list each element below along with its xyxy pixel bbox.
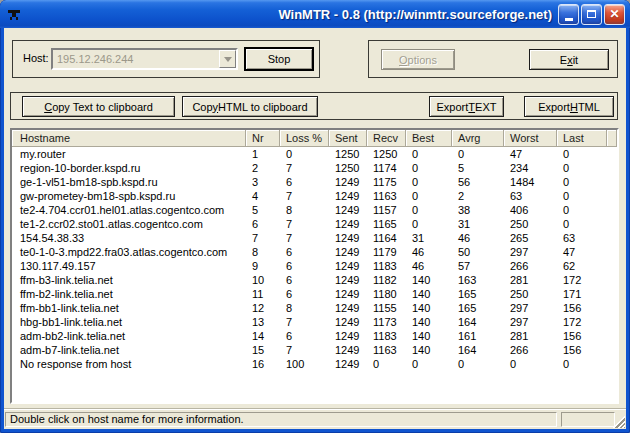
column-header[interactable]: Sent bbox=[329, 130, 367, 147]
stop-button-label: Stop bbox=[268, 53, 291, 65]
stop-button[interactable]: Stop bbox=[244, 47, 314, 71]
export-html-key: H bbox=[570, 101, 578, 113]
copy-html-button[interactable]: Copy HTML to clipboard bbox=[182, 96, 318, 117]
value-cell: 0 bbox=[406, 161, 452, 175]
resize-grip-icon[interactable] bbox=[611, 414, 625, 428]
copy-html-pre: Cop bbox=[192, 101, 212, 113]
hostname-cell: ffm-bb1-link.telia.net bbox=[12, 301, 246, 315]
value-cell: 0 bbox=[406, 357, 452, 371]
column-header[interactable]: Hostname bbox=[12, 130, 246, 147]
clipboard-export-group: Copy Text to clipboard Copy HTML to clip… bbox=[10, 92, 618, 120]
value-cell: 0 bbox=[504, 357, 557, 371]
copy-text-button[interactable]: Copy Text to clipboard bbox=[22, 96, 175, 117]
filler-cell bbox=[607, 161, 617, 175]
value-cell: 7 bbox=[280, 161, 329, 175]
column-header[interactable]: Best bbox=[406, 130, 452, 147]
table-row[interactable]: No response from host16100124900000 bbox=[12, 357, 617, 371]
column-header[interactable]: Last bbox=[557, 130, 607, 147]
table-row[interactable]: adm-bb2-link.telia.net146124911831401612… bbox=[12, 329, 617, 343]
hostname-cell: ffm-b2-link.telia.net bbox=[12, 287, 246, 301]
value-cell: 1155 bbox=[367, 301, 406, 315]
value-cell: 1174 bbox=[367, 161, 406, 175]
value-cell: 266 bbox=[504, 259, 557, 273]
table-row[interactable]: 130.117.49.1579612491183465726662 bbox=[12, 259, 617, 273]
value-cell: 1249 bbox=[329, 357, 367, 371]
filler-cell bbox=[607, 343, 617, 357]
value-cell: 15 bbox=[246, 343, 280, 357]
value-cell: 140 bbox=[406, 287, 452, 301]
column-header[interactable]: Worst bbox=[504, 130, 557, 147]
hostname-cell: te1-2.ccr02.sto01.atlas.cogentco.com bbox=[12, 217, 246, 231]
table-row[interactable]: ffm-bb1-link.telia.net128124911551401652… bbox=[12, 301, 617, 315]
value-cell: 8 bbox=[280, 203, 329, 217]
value-cell: 1249 bbox=[329, 217, 367, 231]
hostname-cell: te2-4.704.ccr01.hel01.atlas.cogentco.com bbox=[12, 203, 246, 217]
maximize-button[interactable] bbox=[581, 4, 602, 25]
value-cell: 164 bbox=[452, 343, 504, 357]
close-button[interactable]: ✕ bbox=[604, 4, 625, 25]
value-cell: 62 bbox=[557, 259, 607, 273]
combobox-dropdown-button[interactable] bbox=[219, 50, 236, 68]
export-text-button[interactable]: Export TEXT bbox=[429, 96, 504, 117]
table-row[interactable]: gw-prometey-bm18-spb.kspd.ru471249116302… bbox=[12, 189, 617, 203]
value-cell: 281 bbox=[504, 273, 557, 287]
table-row[interactable]: te0-1-0-3.mpd22.fra03.atlas.cogentco.com… bbox=[12, 245, 617, 259]
exit-label-post: it bbox=[573, 54, 579, 66]
options-button[interactable]: Options bbox=[381, 49, 455, 70]
table-row[interactable]: hbg-bb1-link.telia.net137124911731401642… bbox=[12, 315, 617, 329]
value-cell: 5 bbox=[246, 203, 280, 217]
value-cell: 16 bbox=[246, 357, 280, 371]
value-cell: 1249 bbox=[329, 343, 367, 357]
value-cell: 1163 bbox=[367, 189, 406, 203]
value-cell: 6 bbox=[280, 175, 329, 189]
status-aux-pane bbox=[561, 412, 615, 427]
value-cell: 1157 bbox=[367, 203, 406, 217]
value-cell: 3 bbox=[246, 175, 280, 189]
value-cell: 6 bbox=[280, 287, 329, 301]
column-header[interactable]: Loss % bbox=[280, 130, 329, 147]
table-row[interactable]: ffm-b3-link.telia.net1061249118214016328… bbox=[12, 273, 617, 287]
exit-label-pre: E bbox=[560, 54, 567, 66]
value-cell: 1163 bbox=[367, 343, 406, 357]
table-row[interactable]: te2-4.704.ccr01.hel01.atlas.cogentco.com… bbox=[12, 203, 617, 217]
column-header-filler bbox=[607, 130, 617, 147]
window-controls: ✕ bbox=[558, 4, 625, 25]
column-header[interactable]: Avrg bbox=[452, 130, 504, 147]
exit-button[interactable]: Exit bbox=[529, 49, 609, 70]
value-cell: 7 bbox=[280, 217, 329, 231]
column-header[interactable]: Nr bbox=[246, 130, 280, 147]
column-header[interactable]: Recv bbox=[367, 130, 406, 147]
value-cell: 0 bbox=[406, 217, 452, 231]
export-html-button[interactable]: Export HTML bbox=[524, 96, 614, 117]
value-cell: 0 bbox=[406, 189, 452, 203]
value-cell: 0 bbox=[367, 357, 406, 371]
host-combobox[interactable]: 195.12.246.244 bbox=[51, 48, 238, 70]
value-cell: 1249 bbox=[329, 273, 367, 287]
table-row[interactable]: te1-2.ccr02.sto01.atlas.cogentco.com6712… bbox=[12, 217, 617, 231]
value-cell: 2 bbox=[246, 161, 280, 175]
table-row[interactable]: 154.54.38.337712491164314626563 bbox=[12, 231, 617, 245]
options-label-key: O bbox=[399, 54, 408, 66]
hostname-cell: adm-b7-link.telia.net bbox=[12, 343, 246, 357]
trace-results-list: HostnameNrLoss %SentRecvBestAvrgWorstLas… bbox=[10, 128, 619, 404]
value-cell: 1249 bbox=[329, 259, 367, 273]
table-row[interactable]: adm-b7-link.telia.net1571249116314016426… bbox=[12, 343, 617, 357]
value-cell: 1249 bbox=[329, 189, 367, 203]
value-cell: 1249 bbox=[329, 231, 367, 245]
value-cell: 38 bbox=[452, 203, 504, 217]
minimize-button[interactable] bbox=[558, 4, 579, 25]
export-html-pre: Export bbox=[538, 101, 570, 113]
table-row[interactable]: ge-1-vl51-bm18-spb.kspd.ru36124911750561… bbox=[12, 175, 617, 189]
value-cell: 172 bbox=[557, 315, 607, 329]
title-bar[interactable]: WinMTR - 0.8 (http://winmtr.sourceforge.… bbox=[0, 0, 630, 28]
table-row[interactable]: ffm-b2-link.telia.net1161249118014016525… bbox=[12, 287, 617, 301]
options-exit-group: Options Exit bbox=[368, 40, 618, 78]
filler-cell bbox=[607, 217, 617, 231]
table-row[interactable]: region-10-border.kspd.ru2712501174052340 bbox=[12, 161, 617, 175]
value-cell: 6 bbox=[246, 217, 280, 231]
value-cell: 7 bbox=[246, 231, 280, 245]
filler-cell bbox=[607, 315, 617, 329]
hostname-cell: adm-bb2-link.telia.net bbox=[12, 329, 246, 343]
table-row[interactable]: my.router101250125000470 bbox=[12, 147, 617, 161]
value-cell: 31 bbox=[406, 231, 452, 245]
